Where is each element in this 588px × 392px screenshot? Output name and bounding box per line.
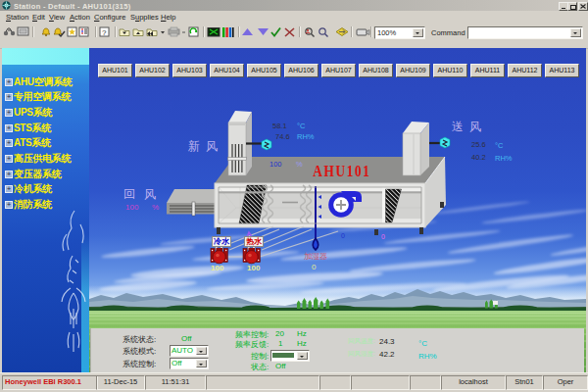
svg-text:?: ?: [102, 28, 107, 37]
